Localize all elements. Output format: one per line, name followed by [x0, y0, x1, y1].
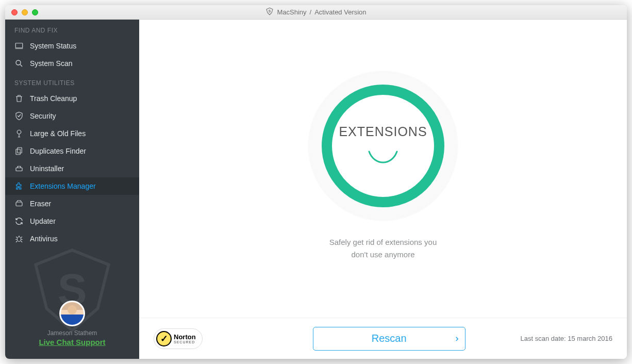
sidebar-item-label: Updater [30, 217, 56, 225]
copy-icon [14, 146, 24, 156]
shield-icon [14, 111, 24, 121]
sidebar-item-duplicates-finder[interactable]: Duplicates Finder [5, 142, 139, 160]
eraser-icon [14, 199, 24, 208]
sidebar-item-label: Eraser [30, 200, 51, 208]
sidebar: FIND AND FIX System Status System Scan S… [5, 20, 139, 359]
svg-rect-6 [16, 168, 22, 171]
main-content: EXTENSIONS Safely get rid of extensions … [139, 20, 627, 318]
norton-badge: Norton SECURED [154, 328, 203, 349]
svg-point-2 [16, 60, 21, 65]
trash-icon [14, 94, 24, 103]
sidebar-item-updater[interactable]: Updater [5, 212, 139, 230]
svg-point-3 [17, 130, 21, 134]
app-name: MacShiny [277, 8, 306, 16]
sidebar-item-system-scan[interactable]: System Scan [5, 55, 139, 72]
refresh-icon [14, 217, 24, 226]
sidebar-item-extensions-manager[interactable]: Extensions Manager [5, 177, 139, 195]
sidebar-item-eraser[interactable]: Eraser [5, 195, 139, 212]
sidebar-item-security[interactable]: Security [5, 107, 139, 125]
sidebar-item-label: Antivirus [30, 235, 58, 243]
status-circle: EXTENSIONS [308, 71, 458, 221]
tagline-line2: don't use anymore [352, 250, 415, 259]
svg-text:S: S [269, 9, 271, 13]
support-avatar [59, 301, 85, 326]
norton-line1: Norton [174, 334, 196, 340]
status-title: EXTENSIONS [339, 124, 427, 139]
sidebar-item-antivirus[interactable]: Antivirus [5, 230, 139, 247]
tree-icon [14, 129, 24, 138]
live-chat-link[interactable]: Live Chat Support [10, 338, 134, 346]
laptop-icon [14, 41, 24, 51]
license-status: Activated Version [314, 8, 366, 16]
support-name: Jameson Stathem [10, 329, 134, 337]
norton-check-icon [156, 331, 172, 346]
window-title: S MacShiny / Activated Version [5, 7, 627, 17]
svg-rect-1 [15, 43, 23, 48]
bug-icon [14, 234, 24, 243]
uninstall-icon [14, 164, 24, 173]
rescan-label: Rescan [372, 333, 407, 344]
sidebar-item-label: Uninstaller [30, 164, 64, 173]
window-controls [5, 9, 38, 15]
last-scan-label: Last scan date: 15 march 2016 [520, 335, 612, 342]
svg-rect-7 [16, 202, 22, 206]
title-sep: / [310, 8, 312, 16]
main-panel: EXTENSIONS Safely get rid of extensions … [139, 20, 627, 359]
close-window-button[interactable] [11, 9, 18, 15]
titlebar: S MacShiny / Activated Version [5, 5, 627, 20]
zoom-window-button[interactable] [32, 9, 38, 15]
sidebar-item-uninstaller[interactable]: Uninstaller [5, 160, 139, 177]
smile-icon [365, 150, 401, 168]
minimize-window-button[interactable] [22, 9, 28, 15]
svg-point-8 [17, 237, 21, 241]
tagline-line1: Safely get rid of extensions you [329, 238, 437, 246]
svg-rect-5 [16, 149, 20, 155]
rescan-button[interactable]: Rescan ›› [313, 327, 465, 351]
sidebar-footer: Jameson Stathem Live Chat Support [5, 301, 139, 359]
sidebar-item-label: System Status [30, 42, 76, 50]
sidebar-item-trash-cleanup[interactable]: Trash Cleanup [5, 90, 139, 107]
sidebar-section-findfix: FIND AND FIX [5, 20, 139, 37]
status-ring: EXTENSIONS [322, 85, 444, 207]
sidebar-item-system-status[interactable]: System Status [5, 37, 139, 55]
search-icon [14, 59, 24, 68]
sidebar-item-label: Duplicates Finder [30, 147, 86, 155]
sidebar-item-label: Trash Cleanup [30, 94, 77, 103]
footer-bar: Norton SECURED Rescan ›› Last scan date:… [139, 318, 627, 359]
sidebar-item-label: System Scan [30, 59, 72, 68]
app-window: S MacShiny / Activated Version FIND AND … [5, 5, 627, 359]
svg-rect-4 [18, 147, 22, 153]
sidebar-item-label: Security [30, 112, 56, 120]
sidebar-item-large-old-files[interactable]: Large & Old Files [5, 125, 139, 142]
puzzle-icon [14, 181, 24, 191]
norton-line2: SECURED [174, 340, 196, 344]
app-logo-icon: S [265, 7, 274, 17]
sidebar-item-label: Large & Old Files [30, 129, 86, 138]
sidebar-section-utilities: SYSTEM UTILITIES [5, 72, 139, 90]
sidebar-item-label: Extensions Manager [30, 182, 96, 190]
tagline: Safely get rid of extensions you don't u… [329, 236, 437, 261]
